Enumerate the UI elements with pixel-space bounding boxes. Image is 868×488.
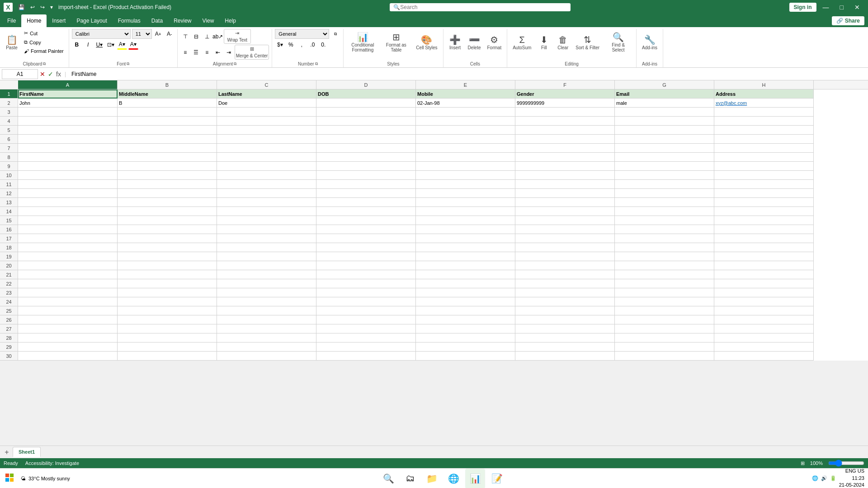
autosum-button[interactable]: Σ AutoSum: [510, 29, 534, 56]
cell-F29[interactable]: [515, 343, 615, 352]
col-header-A[interactable]: A: [18, 80, 118, 89]
cell-C3[interactable]: [217, 108, 316, 117]
cell-C26[interactable]: [217, 315, 316, 324]
tab-help[interactable]: Help: [219, 14, 241, 27]
cell-F15[interactable]: [515, 216, 615, 225]
cell-C7[interactable]: [217, 144, 316, 153]
zoom-slider[interactable]: [828, 460, 864, 466]
cell-A24[interactable]: [18, 297, 118, 306]
search-taskbar-button[interactable]: 🔍: [378, 469, 398, 488]
cell-H21[interactable]: [714, 270, 814, 279]
cancel-formula-icon[interactable]: ✕: [40, 70, 45, 78]
cell-G11[interactable]: [615, 180, 714, 189]
cell-D12[interactable]: [316, 189, 416, 198]
cell-H6[interactable]: [714, 135, 814, 144]
row-header-13[interactable]: 13: [0, 198, 18, 207]
share-button[interactable]: 🔗 Share: [832, 16, 864, 25]
cell-E27[interactable]: [416, 324, 515, 333]
sort-filter-button[interactable]: ⇅ Sort & Filter: [573, 29, 602, 56]
cell-D11[interactable]: [316, 180, 416, 189]
merge-center-button[interactable]: ⊞ Merge & Center: [235, 45, 269, 60]
cell-B12[interactable]: [118, 189, 217, 198]
cell-E4[interactable]: [416, 117, 515, 126]
row-header-18[interactable]: 18: [0, 243, 18, 252]
cell-C11[interactable]: [217, 180, 316, 189]
cell-E6[interactable]: [416, 135, 515, 144]
cell-F16[interactable]: [515, 225, 615, 234]
task-view-button[interactable]: 🗂: [400, 469, 420, 488]
decrease-indent-button[interactable]: ⇤: [213, 47, 223, 57]
cell-H1[interactable]: Address: [714, 89, 814, 99]
cell-E15[interactable]: [416, 216, 515, 225]
number-dialog-btn[interactable]: ⧉: [330, 29, 340, 39]
tab-formulas[interactable]: Formulas: [113, 14, 146, 27]
cell-H28[interactable]: [714, 333, 814, 343]
cell-A17[interactable]: [18, 234, 118, 243]
cell-H13[interactable]: [714, 198, 814, 207]
row-header-25[interactable]: 25: [0, 306, 18, 315]
cell-A29[interactable]: [18, 343, 118, 352]
cell-E24[interactable]: [416, 297, 515, 306]
cell-B13[interactable]: [118, 198, 217, 207]
find-select-button[interactable]: 🔍 Find & Select: [603, 29, 633, 56]
cell-B30[interactable]: [118, 352, 217, 361]
cell-C15[interactable]: [217, 216, 316, 225]
cell-E30[interactable]: [416, 352, 515, 361]
cell-A13[interactable]: [18, 198, 118, 207]
cell-C8[interactable]: [217, 153, 316, 162]
cell-A23[interactable]: [18, 288, 118, 297]
number-format-select[interactable]: General: [275, 29, 329, 39]
cell-A18[interactable]: [18, 243, 118, 252]
cell-H29[interactable]: [714, 343, 814, 352]
save-button[interactable]: 💾: [16, 3, 27, 11]
cell-E17[interactable]: [416, 234, 515, 243]
cell-D24[interactable]: [316, 297, 416, 306]
cell-E28[interactable]: [416, 333, 515, 343]
col-header-B[interactable]: B: [118, 80, 217, 89]
cell-C25[interactable]: [217, 306, 316, 315]
cell-G4[interactable]: [615, 117, 714, 126]
cell-F5[interactable]: [515, 126, 615, 135]
row-header-24[interactable]: 24: [0, 297, 18, 306]
cell-E29[interactable]: [416, 343, 515, 352]
row-header-2[interactable]: 2: [0, 99, 18, 108]
cell-E12[interactable]: [416, 189, 515, 198]
cell-A5[interactable]: [18, 126, 118, 135]
cell-A1[interactable]: FirstName: [18, 89, 118, 99]
orientation-button[interactable]: ab↗: [213, 32, 223, 42]
cell-F21[interactable]: [515, 270, 615, 279]
cell-D23[interactable]: [316, 288, 416, 297]
cell-E5[interactable]: [416, 126, 515, 135]
border-button[interactable]: ⊡▾: [106, 40, 116, 50]
font-dialog-icon[interactable]: ⧉: [127, 61, 129, 66]
cell-B2[interactable]: B: [118, 99, 217, 108]
cell-C30[interactable]: [217, 352, 316, 361]
cell-A20[interactable]: [18, 261, 118, 270]
cell-D8[interactable]: [316, 153, 416, 162]
cell-H12[interactable]: [714, 189, 814, 198]
cell-C12[interactable]: [217, 189, 316, 198]
cell-B8[interactable]: [118, 153, 217, 162]
cell-G26[interactable]: [615, 315, 714, 324]
tab-view[interactable]: View: [197, 14, 220, 27]
cell-G7[interactable]: [615, 144, 714, 153]
italic-button[interactable]: I: [83, 40, 93, 50]
cell-F10[interactable]: [515, 171, 615, 180]
underline-button[interactable]: U▾: [94, 40, 104, 50]
cell-F28[interactable]: [515, 333, 615, 343]
row-header-21[interactable]: 21: [0, 270, 18, 279]
cell-H4[interactable]: [714, 117, 814, 126]
cut-button[interactable]: ✂ Cut: [22, 29, 66, 38]
cell-C18[interactable]: [217, 243, 316, 252]
increase-decimal-button[interactable]: .0: [307, 40, 317, 50]
row-header-27[interactable]: 27: [0, 324, 18, 333]
cell-D14[interactable]: [316, 207, 416, 216]
row-header-3[interactable]: 3: [0, 108, 18, 117]
cell-G19[interactable]: [615, 252, 714, 261]
cell-F4[interactable]: [515, 117, 615, 126]
cell-C4[interactable]: [217, 117, 316, 126]
cell-C22[interactable]: [217, 279, 316, 288]
cell-F6[interactable]: [515, 135, 615, 144]
cell-B3[interactable]: [118, 108, 217, 117]
cell-H7[interactable]: [714, 144, 814, 153]
